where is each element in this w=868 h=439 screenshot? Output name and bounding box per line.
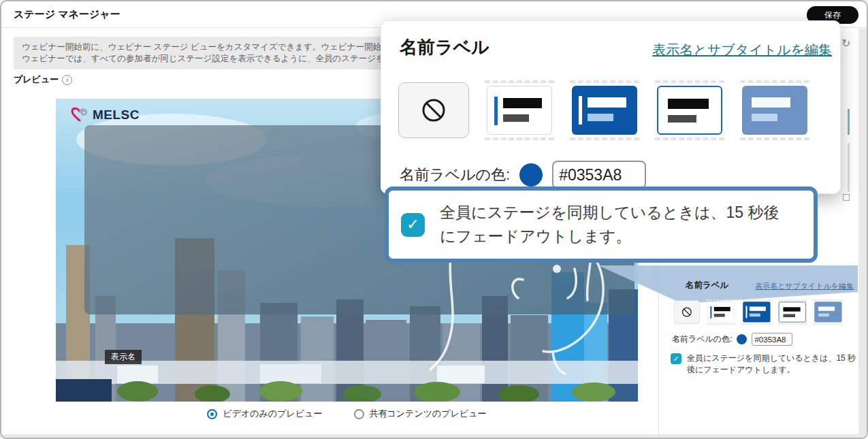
preview-section-label: プレビュー i <box>14 74 72 86</box>
radio-video-only[interactable]: ビデオのみのプレビュー <box>207 408 322 420</box>
page-title: ステージ マネージャー <box>14 8 120 21</box>
radio-unselected-icon[interactable] <box>354 409 364 419</box>
panel-label-color-row: 名前ラベルの色: <box>400 161 646 189</box>
panel-label-color-text: 名前ラベルの色: <box>400 165 510 185</box>
radio-shared-content[interactable]: 共有コンテンツのプレビュー <box>354 408 487 420</box>
panel-style-steel-blue-button[interactable] <box>740 80 809 140</box>
right-gutter <box>858 29 867 438</box>
sidebar-style-white-left-bar-button[interactable] <box>706 299 735 325</box>
check-icon: ✓ <box>673 355 679 363</box>
radio-video-only-label: ビデオのみのプレビュー <box>223 408 322 420</box>
sidebar-name-label-title: 名前ラベル <box>686 280 728 291</box>
sync-fade-callout: ✓ 全員にステージを同期しているときは、15 秒後にフェードアウトします。 <box>385 186 818 263</box>
sidebar-label-color-text: 名前ラベルの色: <box>672 334 732 345</box>
sidebar-color-swatch[interactable] <box>737 334 747 344</box>
panel-style-blue-left-bar-button[interactable] <box>570 80 639 140</box>
resize-handle[interactable] <box>843 194 850 201</box>
scrollbar-track[interactable] <box>848 143 850 192</box>
sidebar-sync-fade-checkbox[interactable]: ✓ <box>671 353 681 364</box>
prohibited-icon <box>681 307 692 318</box>
panel-style-white-plain-button[interactable] <box>655 80 724 140</box>
panel-color-hex-input[interactable] <box>552 161 646 189</box>
panel-color-swatch[interactable] <box>519 163 543 186</box>
check-icon: ✓ <box>406 216 419 233</box>
sync-fade-text: 全員にステージを同期しているときは、15 秒後にフェードアウトします。 <box>440 201 784 248</box>
sidebar-style-steel-blue-button[interactable] <box>814 299 843 325</box>
logo-text: MELSC <box>93 108 140 123</box>
panel-edit-display-name-link[interactable]: 表示名とサブタイトルを編集 <box>587 41 832 59</box>
melsc-logo: MELSC <box>71 107 140 123</box>
preview-mode-radios: ビデオのみのプレビュー 共有コンテンツのプレビュー <box>56 408 638 420</box>
heart-logo-icon <box>71 107 89 123</box>
refresh-icon[interactable]: ↻ <box>841 37 850 50</box>
radio-shared-content-label: 共有コンテンツのプレビュー <box>370 408 487 420</box>
preview-label-text: プレビュー <box>14 74 59 86</box>
panel-style-none-button[interactable] <box>398 82 469 138</box>
sidebar-label-color-row: 名前ラベルの色: <box>672 333 792 346</box>
sidebar-style-white-plain-button[interactable] <box>777 299 807 325</box>
sidebar-label-style-options <box>674 299 846 325</box>
sidebar-sync-fade-row: ✓ 全員にステージを同期しているときは、15 秒後にフェードアウトします。 <box>671 353 863 376</box>
radio-selected-icon[interactable] <box>207 409 217 419</box>
info-icon[interactable]: i <box>62 75 72 85</box>
sidebar-style-none-button[interactable] <box>674 300 700 323</box>
sidebar-style-blue-left-bar-button[interactable] <box>742 299 771 325</box>
sync-fade-checkbox[interactable]: ✓ <box>401 213 425 237</box>
panel-name-label-title: 名前ラベル <box>400 35 489 59</box>
display-name-tag: 表示名 <box>105 350 142 364</box>
sidebar-edit-display-name-link[interactable]: 表示名とサブタイトルを編集 <box>750 281 854 291</box>
sidebar-color-hex-input[interactable] <box>752 333 792 346</box>
bottom-gutter <box>1 434 858 439</box>
stage-manager-window: ステージ マネージャー 保存 ウェビナー開始前に、ウェビナー ステージ ビューを… <box>0 0 868 439</box>
prohibited-icon <box>421 97 447 123</box>
sidebar-sync-fade-text: 全員にステージを同期しているときは、15 秒後にフェードアウトします。 <box>687 353 863 376</box>
panel-style-white-left-bar-button[interactable] <box>485 80 554 140</box>
panel-label-style-options <box>398 80 809 140</box>
scrollbar-thumb[interactable] <box>848 109 850 135</box>
